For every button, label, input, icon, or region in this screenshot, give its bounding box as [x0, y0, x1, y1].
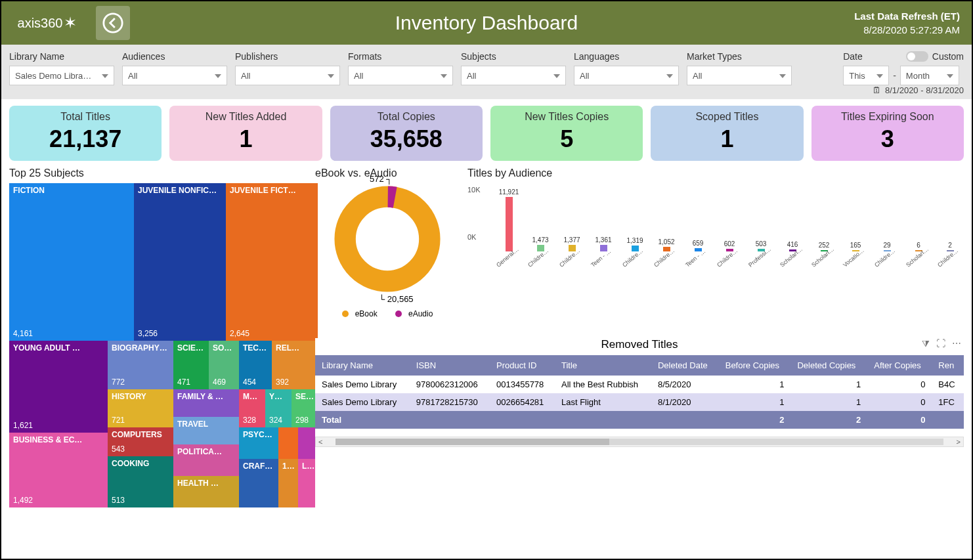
bar-column[interactable]: 11,921: [495, 188, 523, 251]
treemap-cell[interactable]: FICTION4,161: [9, 183, 134, 341]
kpi-label: New Titles Copies: [493, 111, 640, 123]
treemap-cell[interactable]: REL…392: [272, 341, 318, 389]
table-header[interactable]: Product ID: [490, 355, 555, 376]
back-button[interactable]: [96, 6, 130, 40]
kpi-label: Scoped Titles: [653, 111, 800, 123]
kpi-label: Titles Expiring Soon: [814, 111, 961, 123]
treemap-cell[interactable]: PSYC…: [239, 427, 278, 459]
filter-bar: Library NameSales Demo Libra… AudiencesA…: [1, 45, 972, 99]
scroll-right-icon[interactable]: >: [954, 438, 963, 446]
kpi-card[interactable]: Total Titles21,137: [9, 106, 162, 161]
market-types-label: Market Types: [687, 51, 792, 62]
kpi-label: Total Copies: [333, 111, 480, 123]
treemap-chart[interactable]: FICTION4,161JUVENILE NONFIC…3,256JUVENIL…: [9, 183, 307, 530]
kpi-label: New Titles Added: [172, 111, 319, 123]
kpi-value: 1: [172, 125, 319, 153]
calendar-icon: 🗓: [873, 85, 881, 95]
formats-select[interactable]: All: [348, 66, 453, 85]
svg-point-0: [104, 14, 122, 32]
treemap-cell[interactable]: 1…: [278, 459, 298, 507]
treemap-cell[interactable]: HISTORY721: [108, 389, 173, 427]
date-label: Date: [843, 51, 863, 62]
kpi-card[interactable]: New Titles Added1: [169, 106, 322, 161]
treemap-cell[interactable]: YOUNG ADULT …1,621: [9, 341, 108, 433]
bar-title: Titles by Audience: [467, 167, 964, 179]
donut-label-ebook: └ 20,565: [379, 294, 414, 304]
kpi-value: 1: [653, 125, 800, 153]
page-title: Inventory Dashboard: [1, 12, 972, 34]
focus-mode-icon[interactable]: ⛶: [936, 338, 945, 349]
removed-titles-card: Removed Titles ⧩ ⛶ ⋯ Library NameISBNPro…: [315, 338, 964, 530]
table-header[interactable]: Deleted Copies: [790, 355, 867, 376]
arrow-left-icon: [102, 12, 124, 34]
bar-chart[interactable]: 11,9211,4731,3771,3611,3191,052659602503…: [495, 192, 964, 251]
treemap-cell[interactable]: BIOGRAPHY…772: [108, 341, 173, 389]
treemap-cell[interactable]: BUSINESS & EC…1,492: [9, 433, 108, 507]
kpi-row: Total Titles21,137New Titles Added1Total…: [1, 99, 972, 167]
scroll-left-icon[interactable]: <: [316, 438, 325, 446]
kpi-value: 35,658: [333, 125, 480, 153]
table-row[interactable]: Sales Demo Library9780062312006001345577…: [315, 376, 964, 393]
refresh-time: 8/28/2020 5:27:29 AM: [854, 23, 960, 37]
kpi-value: 3: [814, 125, 961, 153]
treemap-cell[interactable]: COOKING513: [108, 456, 173, 507]
date-range-text: 8/1/2020 - 8/31/2020: [885, 85, 964, 95]
treemap-cell[interactable]: JUVENILE FICT…2,645: [226, 183, 318, 341]
treemap-cell[interactable]: CRAF…: [239, 459, 278, 507]
treemap-cell[interactable]: TRAVEL: [173, 417, 239, 444]
formats-label: Formats: [348, 51, 453, 62]
removed-titles-title: Removed Titles: [315, 338, 964, 351]
donut-chart[interactable]: 572 ┐ └ 20,565: [332, 183, 443, 295]
kpi-card[interactable]: New Titles Copies5: [490, 106, 643, 161]
publishers-label: Publishers: [235, 51, 340, 62]
star-icon: ✶: [64, 14, 77, 32]
custom-toggle[interactable]: [906, 51, 928, 62]
more-options-icon[interactable]: ⋯: [952, 338, 961, 349]
donut-card: eBook vs. eAudio 572 ┐ └ 20,565 eBook eA…: [315, 167, 460, 332]
treemap-cell[interactable]: [278, 427, 298, 459]
date-anchor-select[interactable]: This: [843, 66, 889, 85]
treemap-cell[interactable]: COMPUTERS543: [108, 427, 173, 456]
table-hscroll[interactable]: < >: [315, 437, 964, 447]
filter-icon[interactable]: ⧩: [922, 338, 930, 349]
donut-legend: eBook eAudio: [315, 309, 460, 319]
brand-text: axis360: [18, 16, 63, 31]
publishers-select[interactable]: All: [235, 66, 340, 85]
library-name-select[interactable]: Sales Demo Libra…: [9, 66, 114, 85]
treemap-cell[interactable]: FAMILY & …: [173, 389, 239, 417]
table-header[interactable]: ISBN: [410, 355, 490, 376]
table-header[interactable]: Ren: [932, 355, 964, 376]
treemap-cell[interactable]: SOCI…469: [209, 341, 239, 389]
treemap-cell[interactable]: TEC…454: [239, 341, 272, 389]
date-unit-select[interactable]: Month: [900, 66, 959, 85]
table-header[interactable]: Deleted Date: [651, 355, 719, 376]
table-header[interactable]: Library Name: [315, 355, 410, 376]
treemap-cell[interactable]: YO…324: [265, 389, 292, 427]
treemap-cell[interactable]: SE…298: [292, 389, 318, 427]
brand-logo: axis360✶: [1, 1, 93, 45]
treemap-cell[interactable]: SCIE…471: [173, 341, 209, 389]
treemap-cell[interactable]: HEALTH …: [173, 476, 239, 507]
table-row[interactable]: Sales Demo Library9781728215730002665428…: [315, 393, 964, 411]
bar-y-axis: 10K 0K: [467, 186, 481, 241]
table-header[interactable]: Title: [555, 355, 651, 376]
table-header[interactable]: Before Copies: [719, 355, 791, 376]
kpi-value: 21,137: [12, 125, 159, 153]
audiences-select[interactable]: All: [122, 66, 227, 85]
donut-label-eaudio: 572 ┐: [370, 174, 393, 184]
date-sep: -: [893, 70, 896, 81]
library-name-label: Library Name: [9, 51, 114, 62]
removed-titles-table: Library NameISBNProduct IDTitleDeleted D…: [315, 355, 964, 429]
market-types-select[interactable]: All: [687, 66, 792, 85]
treemap-cell[interactable]: JUVENILE NONFIC…3,256: [134, 183, 226, 341]
treemap-cell[interactable]: POLITICA…: [173, 444, 239, 476]
table-header[interactable]: After Copies: [867, 355, 932, 376]
refresh-label: Last Data Refresh (ET): [854, 9, 960, 23]
kpi-card[interactable]: Scoped Titles1: [651, 106, 803, 161]
kpi-card[interactable]: Total Copies35,658: [330, 106, 483, 161]
subjects-select[interactable]: All: [461, 66, 566, 85]
kpi-card[interactable]: Titles Expiring Soon3: [811, 106, 964, 161]
treemap-cell[interactable]: ME…328: [239, 389, 265, 427]
languages-select[interactable]: All: [574, 66, 679, 85]
svg-point-1: [345, 197, 430, 282]
